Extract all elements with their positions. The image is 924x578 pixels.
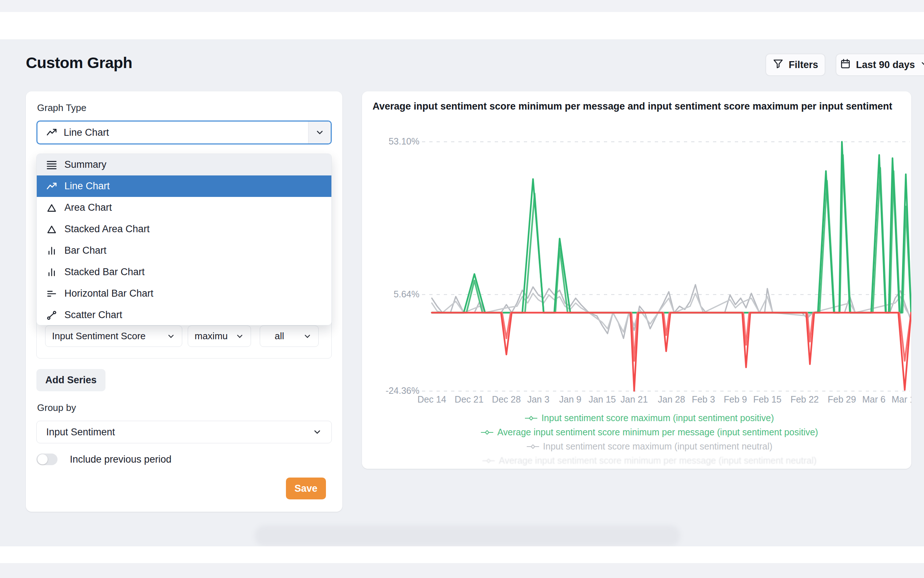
legend-item[interactable]: Input sentiment score maximum (input sen… bbox=[524, 411, 774, 425]
chevron-down-icon bbox=[235, 332, 244, 341]
series-scope-select[interactable]: all bbox=[260, 325, 319, 347]
toggle-knob bbox=[37, 454, 48, 464]
chevron-down-icon bbox=[920, 59, 924, 71]
graph-type-value: Line Chart bbox=[64, 127, 109, 138]
area-chart-icon bbox=[45, 223, 58, 235]
series-scope-value: all bbox=[275, 331, 284, 342]
series-aggregation-value: maximu bbox=[195, 331, 228, 342]
dropdown-option-label: Area Chart bbox=[65, 202, 112, 213]
dropdown-option-stacked-bar-chart[interactable]: Stacked Bar Chart bbox=[37, 261, 332, 283]
save-button[interactable]: Save bbox=[286, 477, 326, 499]
summary-icon bbox=[45, 159, 58, 171]
legend-marker-icon bbox=[524, 415, 538, 421]
line-chart-icon bbox=[45, 126, 58, 139]
dropdown-option-scatter-chart[interactable]: Scatter Chart bbox=[37, 304, 332, 325]
chevron-down-icon bbox=[312, 427, 322, 437]
legend-item[interactable]: Input sentiment score maximum (input sen… bbox=[526, 439, 773, 453]
dropdown-option-label: Stacked Bar Chart bbox=[65, 266, 145, 278]
dropdown-option-label: Bar Chart bbox=[65, 245, 107, 256]
group-by-label: Group by bbox=[37, 402, 76, 414]
date-range-button[interactable]: Last 90 days bbox=[836, 54, 924, 76]
dropdown-option-stacked-area-chart[interactable]: Stacked Area Chart bbox=[37, 218, 332, 240]
y-axis-label: 53.10% bbox=[373, 136, 419, 147]
filters-label: Filters bbox=[789, 59, 818, 71]
series-metric-value: Input Sentiment Score bbox=[52, 331, 146, 342]
bottom-strip bbox=[0, 563, 924, 578]
date-range-label: Last 90 days bbox=[856, 59, 915, 71]
filter-funnel-icon bbox=[773, 58, 783, 72]
graph-type-label: Graph Type bbox=[37, 102, 86, 114]
group-by-select[interactable]: Input Sentiment bbox=[36, 421, 332, 443]
dropdown-option-label: Stacked Area Chart bbox=[65, 224, 149, 235]
chevron-down-icon bbox=[167, 332, 175, 341]
graph-type-select[interactable]: Line Chart bbox=[36, 120, 332, 144]
filters-button[interactable]: Filters bbox=[765, 54, 825, 76]
dropdown-option-summary[interactable]: Summary bbox=[37, 154, 332, 175]
legend-label: Input sentiment score maximum (input sen… bbox=[543, 441, 773, 452]
chevron-down-icon bbox=[303, 332, 312, 341]
chart-legend: Input sentiment score maximum (input sen… bbox=[406, 411, 893, 468]
legend-marker-icon bbox=[482, 458, 495, 464]
add-series-button[interactable]: Add Series bbox=[36, 369, 105, 391]
dropdown-option-area-chart[interactable]: Area Chart bbox=[37, 197, 332, 218]
series-aggregation-select[interactable]: maximu bbox=[188, 325, 251, 347]
dropdown-option-label: Scatter Chart bbox=[65, 309, 122, 321]
legend-label: Input sentiment score maximum (input sen… bbox=[541, 413, 774, 423]
legend-label: Average input sentiment score minimum pe… bbox=[499, 455, 817, 466]
dropdown-option-label: Summary bbox=[65, 159, 107, 170]
graph-config-panel: Graph Type Line Chart SummaryLine ChartA… bbox=[26, 91, 342, 512]
legend-label: Average input sentiment score minimum pe… bbox=[497, 427, 818, 437]
bar-chart-icon bbox=[45, 245, 58, 257]
legend-item[interactable]: Average input sentiment score minimum pe… bbox=[482, 453, 817, 468]
legend-marker-icon bbox=[481, 430, 494, 435]
dropdown-option-line-chart[interactable]: Line Chart bbox=[37, 175, 332, 197]
dropdown-option-horizontal-bar-chart[interactable]: Horizontal Bar Chart bbox=[37, 283, 332, 304]
horizontal-bar-icon bbox=[45, 287, 58, 300]
top-window-strip bbox=[0, 0, 924, 12]
area-chart-icon bbox=[45, 201, 58, 214]
bottom-band bbox=[0, 546, 924, 563]
scatter-icon bbox=[45, 309, 58, 321]
x-axis-label: Mar 12 bbox=[884, 394, 911, 405]
top-nav-band bbox=[0, 12, 924, 39]
legend-item[interactable]: Average input sentiment score minimum pe… bbox=[481, 425, 818, 439]
page-title: Custom Graph bbox=[26, 54, 133, 72]
bar-chart-icon bbox=[45, 266, 58, 278]
bottom-scroll-shadow bbox=[255, 525, 680, 546]
dropdown-option-bar-chart[interactable]: Bar Chart bbox=[37, 240, 332, 261]
include-previous-period-toggle[interactable] bbox=[36, 453, 57, 465]
legend-marker-icon bbox=[526, 444, 539, 450]
dropdown-option-label: Horizontal Bar Chart bbox=[65, 288, 154, 299]
dropdown-option-label: Line Chart bbox=[65, 180, 110, 192]
calendar-icon bbox=[840, 58, 851, 72]
line-chart-icon bbox=[45, 180, 58, 193]
series-metric-select[interactable]: Input Sentiment Score bbox=[45, 325, 182, 347]
graph-type-dropdown: SummaryLine ChartArea ChartStacked Area … bbox=[36, 154, 332, 325]
y-axis-label: 5.64% bbox=[373, 289, 419, 300]
chart-panel: Average input sentiment score minimum pe… bbox=[362, 91, 911, 469]
include-previous-period-label: Include previous period bbox=[70, 454, 172, 465]
group-by-value: Input Sentiment bbox=[46, 427, 115, 438]
chevron-down-icon bbox=[308, 122, 331, 143]
